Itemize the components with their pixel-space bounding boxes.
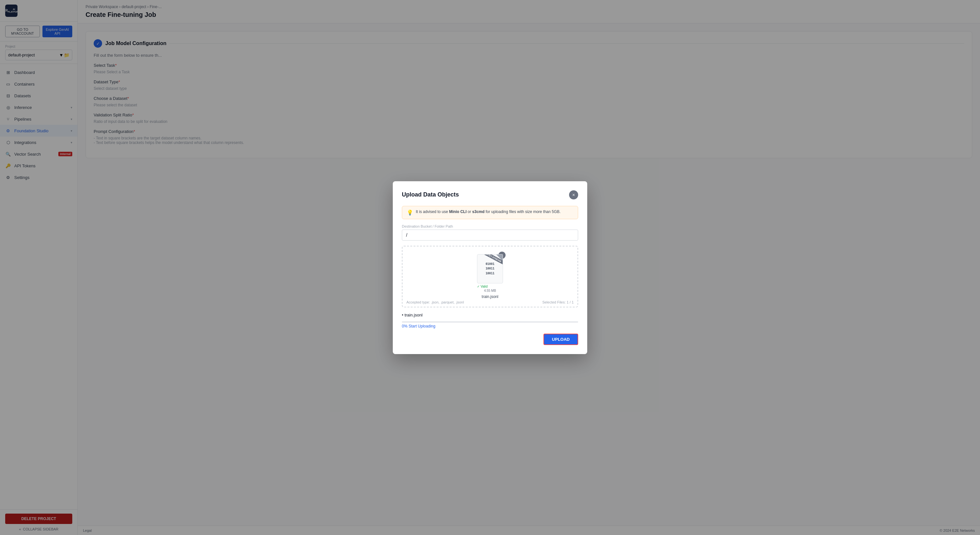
destination-input-group: Destination Bucket / Folder Path bbox=[402, 225, 578, 240]
modal-title: Upload Data Objects bbox=[402, 191, 459, 198]
modal-overlay[interactable]: Upload Data Objects × 💡 It is advised to… bbox=[0, 0, 980, 535]
accepted-types-text: Accepted type: .json, .parquet, .jsonl bbox=[406, 300, 464, 304]
file-list-item: train.jsonl bbox=[402, 312, 578, 317]
selected-files-text: Selected Files: 1 / 1 bbox=[542, 300, 574, 304]
file-dropzone[interactable]: × OCTET-STREAM 010011001110011 ✓ Valid 4… bbox=[402, 246, 578, 307]
s3cmd-text: s3cmd bbox=[472, 209, 485, 214]
check-icon: ✓ bbox=[477, 285, 480, 288]
file-list: train.jsonl bbox=[402, 312, 578, 317]
file-icon: OCTET-STREAM 010011001110011 bbox=[477, 254, 503, 283]
modal-header: Upload Data Objects × bbox=[402, 190, 578, 199]
file-valid-badge: ✓ Valid bbox=[477, 285, 503, 288]
valid-label: Valid bbox=[480, 285, 488, 288]
progress-bar-background bbox=[402, 321, 578, 323]
file-name: train.jsonl bbox=[477, 295, 503, 299]
modal-close-button[interactable]: × bbox=[569, 190, 578, 199]
file-binary-content: 010011001110011 bbox=[485, 262, 494, 275]
alert-icon: 💡 bbox=[407, 209, 413, 216]
file-preview: × OCTET-STREAM 010011001110011 ✓ Valid 4… bbox=[477, 254, 503, 299]
modal-footer: UPLOAD bbox=[402, 334, 578, 345]
upload-button[interactable]: UPLOAD bbox=[544, 334, 578, 345]
upload-progress: 0% Start Uploading bbox=[402, 321, 578, 328]
file-size: 4.55 MB bbox=[477, 289, 503, 293]
destination-label: Destination Bucket / Folder Path bbox=[402, 225, 578, 228]
alert-banner: 💡 It is advised to use Minio CLI or s3cm… bbox=[402, 206, 578, 219]
alert-text: It is advised to use Minio CLI or s3cmd … bbox=[416, 209, 561, 214]
dropzone-footer: Accepted type: .json, .parquet, .jsonl S… bbox=[406, 300, 574, 304]
upload-modal: Upload Data Objects × 💡 It is advised to… bbox=[393, 181, 587, 354]
minio-cli-text: Minio CLI bbox=[449, 209, 467, 214]
upload-status-text[interactable]: 0% Start Uploading bbox=[402, 324, 578, 328]
destination-path-input[interactable] bbox=[402, 229, 578, 240]
